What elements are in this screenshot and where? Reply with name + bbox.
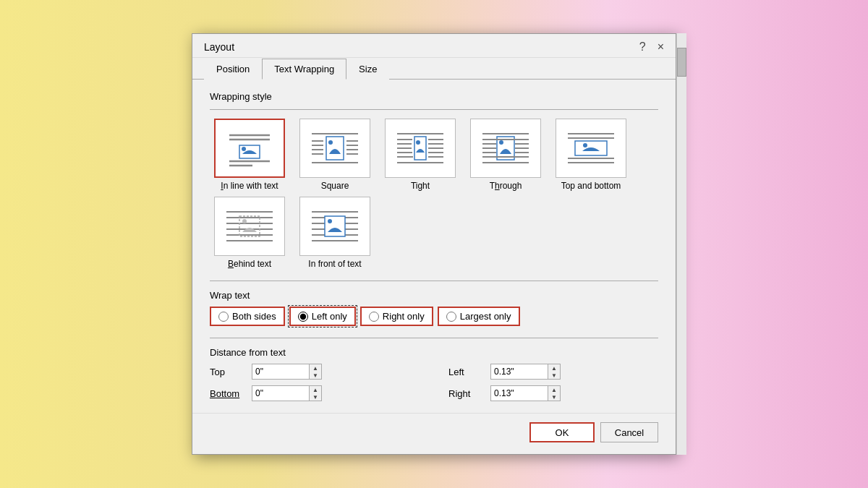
- style-label-top-bottom: Top and bottom: [561, 181, 621, 191]
- style-tight[interactable]: Tight: [380, 119, 460, 191]
- wrap-text-header: Wrap text: [210, 290, 658, 301]
- radio-left-only[interactable]: Left only: [289, 307, 356, 326]
- radio-both-sides[interactable]: Both sides: [210, 307, 285, 326]
- radio-left-input[interactable]: [298, 312, 308, 322]
- distance-right-row: Right ▲ ▼: [448, 385, 658, 401]
- distance-right-spinbtns: ▲ ▼: [548, 385, 561, 401]
- svg-point-56: [242, 219, 247, 223]
- style-label-infront: In front of text: [308, 259, 361, 269]
- dialog-title: Layout: [204, 41, 234, 53]
- style-label-through: Through: [490, 181, 522, 191]
- help-button[interactable]: ?: [637, 40, 649, 54]
- svg-point-7: [328, 140, 333, 145]
- distance-left-up[interactable]: ▲: [548, 364, 560, 372]
- style-label-inline: In line with text: [221, 181, 278, 191]
- svg-rect-6: [326, 137, 344, 160]
- wrap-text-radio-group: Both sides Left only Right only Largest …: [210, 307, 658, 326]
- distance-bottom-up[interactable]: ▲: [310, 386, 321, 393]
- section-divider-3: [210, 338, 658, 338]
- tabs-container: Position Text Wrapping Size: [192, 58, 676, 80]
- distance-bottom-down[interactable]: ▼: [310, 393, 321, 401]
- style-through[interactable]: Through: [466, 119, 545, 191]
- style-label-square: Square: [321, 181, 349, 191]
- svg-rect-55: [239, 216, 260, 236]
- svg-point-44: [583, 143, 587, 147]
- distance-right-down[interactable]: ▼: [548, 393, 560, 401]
- style-icon-through: [470, 119, 541, 178]
- style-icon-top-bottom: [556, 119, 626, 178]
- radio-right-label: Right only: [383, 311, 425, 322]
- distance-left-down[interactable]: ▼: [548, 372, 560, 379]
- style-inline[interactable]: In line with text: [210, 119, 289, 191]
- radio-left-label: Left only: [312, 311, 347, 322]
- distance-top-label: Top: [210, 367, 246, 377]
- style-icon-infront: [299, 197, 370, 256]
- style-label-tight: Tight: [411, 181, 430, 191]
- distance-left-row: Left ▲ ▼: [448, 364, 658, 380]
- ok-button[interactable]: OK: [529, 422, 595, 442]
- style-icon-behind: [214, 197, 285, 256]
- svg-point-64: [328, 219, 332, 223]
- dialog-footer: OK Cancel: [192, 413, 676, 454]
- distance-top-row: Top ▲ ▼: [210, 364, 420, 380]
- radio-both-label: Both sides: [232, 311, 276, 322]
- title-bar-left: Layout: [204, 41, 234, 53]
- svg-point-18: [416, 140, 420, 145]
- tab-position[interactable]: Position: [204, 59, 262, 80]
- style-top-bottom[interactable]: Top and bottom: [551, 119, 631, 191]
- distance-grid: Top ▲ ▼ Left: [210, 364, 658, 401]
- scrollbar[interactable]: [676, 33, 686, 455]
- wrap-text-section: Wrap text Both sides Left only Right onl…: [210, 281, 658, 326]
- distance-top-down[interactable]: ▼: [310, 372, 321, 379]
- distance-bottom-row: Bottom ▲ ▼: [210, 385, 420, 401]
- style-icon-tight: [385, 119, 456, 178]
- distance-right-label: Right: [448, 388, 485, 399]
- distance-right-spinner: ▲ ▼: [490, 385, 561, 401]
- dialog-body: Wrapping style: [192, 80, 676, 413]
- svg-point-32: [499, 140, 503, 145]
- style-behind[interactable]: Behind text: [210, 197, 289, 269]
- wrapping-style-header: Wrapping style: [210, 91, 658, 102]
- distance-bottom-spinner: ▲ ▼: [252, 385, 322, 401]
- close-button[interactable]: ×: [655, 40, 667, 54]
- radio-largest-only[interactable]: Largest only: [438, 307, 520, 326]
- distance-top-input[interactable]: [252, 364, 310, 380]
- distance-right-input[interactable]: [490, 385, 548, 401]
- radio-right-only[interactable]: Right only: [360, 307, 433, 326]
- distance-section: Distance from text Top ▲ ▼ L: [210, 338, 658, 401]
- distance-top-spinner: ▲ ▼: [252, 364, 322, 380]
- svg-point-3: [242, 147, 246, 151]
- cancel-button[interactable]: Cancel: [600, 422, 658, 442]
- distance-bottom-spinbtns: ▲ ▼: [310, 385, 322, 401]
- distance-bottom-input[interactable]: [252, 385, 310, 401]
- tab-text-wrapping[interactable]: Text Wrapping: [262, 59, 346, 80]
- radio-largest-label: Largest only: [460, 311, 511, 322]
- distance-bottom-label: Bottom: [210, 388, 246, 399]
- layout-dialog: Layout ? × Position Text Wrapping Size W…: [192, 33, 676, 455]
- distance-left-spinbtns: ▲ ▼: [548, 364, 561, 380]
- dialog-overlay: Layout ? × Position Text Wrapping Size W…: [192, 33, 676, 455]
- wrapping-style-grid: In line with text: [210, 119, 658, 269]
- scrollbar-thumb[interactable]: [677, 48, 686, 77]
- radio-both-input[interactable]: [218, 312, 229, 322]
- distance-top-spinbtns: ▲ ▼: [310, 364, 322, 380]
- title-bar: Layout ? ×: [192, 34, 676, 58]
- distance-left-input[interactable]: [490, 364, 548, 380]
- radio-right-input[interactable]: [369, 312, 379, 322]
- style-infront[interactable]: In front of text: [295, 197, 375, 269]
- distance-top-up[interactable]: ▲: [310, 364, 321, 372]
- style-square[interactable]: Square: [295, 119, 375, 191]
- section-divider-2: [210, 281, 658, 281]
- section-divider-1: [210, 109, 658, 110]
- distance-right-up[interactable]: ▲: [548, 386, 560, 393]
- radio-largest-input[interactable]: [446, 312, 456, 322]
- title-bar-right: ? ×: [637, 40, 667, 54]
- distance-left-spinner: ▲ ▼: [490, 364, 561, 380]
- style-icon-square: [299, 119, 370, 178]
- distance-left-label: Left: [448, 367, 485, 377]
- tab-size[interactable]: Size: [346, 59, 389, 80]
- distance-header: Distance from text: [210, 347, 658, 358]
- style-label-behind: Behind text: [228, 259, 271, 269]
- svg-rect-63: [325, 216, 345, 236]
- style-icon-inline: [214, 119, 285, 178]
